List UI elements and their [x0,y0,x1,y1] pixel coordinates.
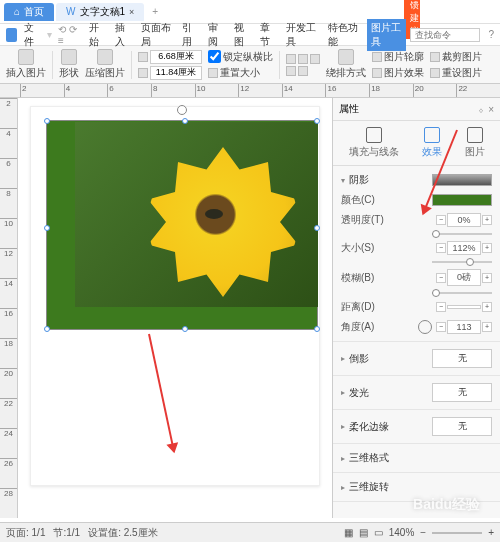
slider-thumb[interactable] [432,230,440,238]
resize-handle-sw[interactable] [44,326,50,332]
page-indicator[interactable]: 页面: 1/1 [6,526,45,540]
resize-handle-s[interactable] [182,326,188,332]
label: 图片 [465,145,485,159]
insert-picture-button[interactable]: 插入图片 [6,49,46,80]
resize-handle-n[interactable] [182,118,188,124]
resize-handle-se[interactable] [314,326,320,332]
section-toggle[interactable]: ▸柔化边缘无 [341,414,492,439]
value[interactable]: 113 [447,320,481,334]
reset-size-button[interactable]: 重置大小 [220,66,260,80]
dec-button[interactable]: − [436,215,446,225]
height-icon [138,52,148,62]
dec-button[interactable]: − [436,273,446,283]
inc-button[interactable]: + [482,302,492,312]
dec-button[interactable]: − [436,302,446,312]
menu-insert[interactable]: 插入 [112,21,134,49]
menu-start[interactable]: 开始 [86,21,108,49]
section-toggle[interactable]: ▸发光无 [341,380,492,405]
inc-button[interactable]: + [482,215,492,225]
menu-layout[interactable]: 页面布局 [138,21,176,49]
width-input[interactable] [150,66,202,80]
crop-button[interactable]: 裁剪图片 [442,50,482,64]
section-toggle[interactable]: ▸三维旋转 [341,477,492,497]
color-picker[interactable] [432,194,492,206]
shadow-preset[interactable] [432,174,492,186]
tick: 10 [0,218,17,248]
tick: 14 [0,278,17,308]
panel-tabs: 填充与线条 效果 图片 [333,121,500,166]
value[interactable]: 112% [447,241,481,255]
value[interactable]: 0磅 [447,269,481,286]
dec-button[interactable]: − [436,322,446,332]
tab-picture[interactable]: 图片 [465,127,485,159]
none-button[interactable]: 无 [432,383,492,402]
section-toggle[interactable]: ▾阴影 [341,170,492,190]
close-icon[interactable]: × [129,7,134,17]
slider-thumb[interactable] [466,258,474,266]
compress-button[interactable]: 压缩图片 [85,49,125,80]
inc-button[interactable]: + [482,273,492,283]
zoom-out-button[interactable]: − [420,527,426,538]
new-tab-button[interactable]: + [146,6,164,17]
slider-thumb[interactable] [432,289,440,297]
inc-button[interactable]: + [482,322,492,332]
zoom-slider[interactable] [432,532,482,534]
label: 柔化边缘 [349,420,389,434]
view-mode-icon[interactable]: ▤ [359,527,368,538]
angle-dial[interactable] [418,320,432,334]
inc-button[interactable]: + [482,243,492,253]
tab-effect[interactable]: 效果 [422,127,442,159]
slider[interactable] [432,261,492,263]
document-canvas[interactable] [18,98,332,518]
tick: 28 [0,488,17,518]
help-icon[interactable]: ? [488,29,494,40]
resize-handle-ne[interactable] [314,118,320,124]
lock-ratio-checkbox[interactable] [208,50,221,63]
resize-handle-e[interactable] [314,225,320,231]
section-toggle[interactable]: ▸倒影无 [341,346,492,371]
shape-icon [61,49,77,65]
view-mode-icon[interactable]: ▦ [344,527,353,538]
separator [131,51,132,79]
menu-pic-tools[interactable]: 图片工具 [367,19,407,51]
label: 锁定纵横比 [223,50,273,64]
tab-document[interactable]: W文字文稿1× [56,3,144,21]
file-menu[interactable]: 文件 [21,21,43,49]
outline-button[interactable]: 图片轮廓 [384,50,424,64]
panel-close-icon[interactable]: × [488,104,494,115]
value[interactable] [447,305,481,309]
tick: 22 [0,398,17,428]
zoom-in-button[interactable]: + [488,527,494,538]
none-button[interactable]: 无 [432,349,492,368]
reset-pic-button[interactable]: 重设图片 [442,66,482,80]
menu-review[interactable]: 审阅 [205,21,227,49]
menu-view[interactable]: 视图 [231,21,253,49]
rotation-handle[interactable] [177,105,187,115]
none-button[interactable]: 无 [432,417,492,436]
tab-fill-line[interactable]: 填充与线条 [349,127,399,159]
view-mode-icon[interactable]: ▭ [374,527,383,538]
value[interactable]: 0% [447,213,481,227]
selected-image[interactable] [46,120,318,330]
zoom-value[interactable]: 140% [389,527,415,538]
menu-ref[interactable]: 引用 [179,21,201,49]
section-glow: ▸发光无 [333,376,500,410]
panel-pin-icon[interactable]: ⬨ [478,104,484,115]
section-toggle[interactable]: ▸三维格式 [341,448,492,468]
dec-button[interactable]: − [436,243,446,253]
slider[interactable] [432,292,492,294]
shape-button[interactable]: 形状 [59,49,79,80]
effect-button[interactable]: 图片效果 [384,66,424,80]
sel-pane-icon [298,66,308,76]
height-input[interactable] [150,50,202,64]
tab-home[interactable]: ⌂首页 [4,3,54,21]
resize-handle-w[interactable] [44,225,50,231]
wrap-icon [338,49,354,65]
menu-section[interactable]: 章节 [257,21,279,49]
command-search[interactable] [410,28,480,42]
menu-feature[interactable]: 特色功能 [325,21,363,49]
wrap-button[interactable]: 绕排方式 [326,49,366,80]
slider[interactable] [432,233,492,235]
resize-handle-nw[interactable] [44,118,50,124]
menu-dev[interactable]: 开发工具 [283,21,321,49]
